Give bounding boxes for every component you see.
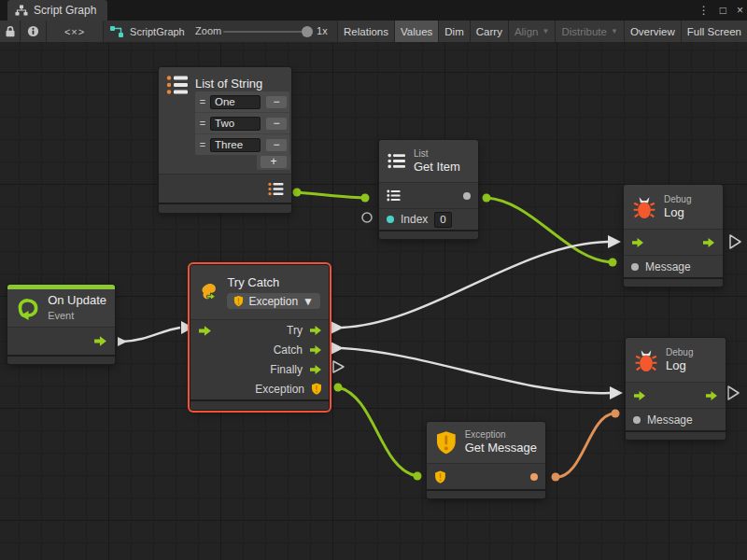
flow-output-port[interactable] [93,335,107,347]
list-item-field[interactable]: Two [210,117,261,131]
catch-port-row: Catch [190,340,329,359]
node-footer [159,203,291,213]
dim-button[interactable]: Dim [438,21,469,42]
list-item-row: = One − [195,91,289,113]
unconnected-flow-out-log1[interactable] [730,235,740,248]
zoom-label: Zoom [195,25,221,36]
remove-item-button[interactable]: − [266,96,287,108]
wire-endpoint [608,235,621,248]
node-try-catch[interactable]: Try Catch Exception ▼ [190,265,329,410]
drag-handle-icon[interactable]: = [198,96,207,107]
node-get-message[interactable]: Exception Get Message [427,422,545,498]
on-update-loop-icon [16,296,40,321]
wire-endpoint [361,194,370,203]
flow-output-port[interactable] [309,364,322,375]
node-title: List of String [195,77,262,92]
wire-exception-to-getmessage[interactable] [338,387,416,476]
code-view-icon: <×> [64,26,85,37]
bug-icon [634,348,658,372]
node-list-of-string[interactable]: List of String = One − = Two − = Three [159,67,291,213]
graph-toolbar: <×> ScriptGraph Zoom 1x Relations Values [0,21,747,43]
list-item-field[interactable]: One [210,95,261,109]
flow-output-port[interactable] [309,344,322,356]
full-screen-button[interactable]: Full Screen [681,21,747,42]
exception-output-port[interactable] [311,383,322,395]
node-on-update[interactable]: On Update Event [7,285,115,364]
message-label: Message [645,260,691,273]
graph-name-label: ScriptGraph [130,26,185,37]
wire-endpoint [118,337,127,346]
relations-button[interactable]: Relations [337,21,394,42]
code-view-button[interactable]: <×> [47,21,104,42]
node-get-item[interactable]: List Get Item Index 0 [379,140,478,239]
remove-item-button[interactable]: − [266,139,287,151]
warning-shield-icon [233,295,244,307]
list-icon [388,153,406,169]
wire-try-to-log1-flow[interactable] [342,242,608,328]
drag-handle-icon[interactable]: = [198,118,207,129]
flow-input-port[interactable] [633,390,646,401]
flow-output-port[interactable] [705,390,718,401]
flow-input-port[interactable] [631,237,644,248]
zoom-slider[interactable] [223,31,307,33]
wire-onupdate-to-trycatch-flow[interactable] [122,328,180,342]
wire-getmessage-to-log2-message[interactable] [556,413,613,477]
node-footer [379,230,478,239]
node-debug-log-bottom[interactable]: Debug Log Message [626,338,726,440]
node-category: List [414,147,460,160]
unconnected-flow-out-log2[interactable] [728,386,739,399]
wire-catch-to-log2-flow[interactable] [342,348,610,393]
string-output-port[interactable] [530,473,538,481]
align-dropdown[interactable]: Align ▼ [508,21,556,42]
node-footer [626,430,726,440]
finally-port-row: Finally [190,359,329,379]
message-input-port[interactable] [631,263,639,271]
list-input-port[interactable] [387,189,401,202]
flow-output-port[interactable] [309,325,322,336]
node-footer [7,355,115,364]
toolbar-middle: ScriptGraph Zoom 1x [104,21,337,42]
port-row [379,182,478,208]
window-menu-button[interactable]: ⋮ [698,5,710,16]
wire-endpoint [414,472,422,481]
exception-port-row: Exception [190,379,329,399]
list-editor: = One − = Two − = Three − [195,91,289,155]
inspect-button[interactable] [21,21,47,42]
list-item-field[interactable]: Three [210,138,261,152]
carry-button[interactable]: Carry [470,21,508,42]
node-title: Get Message [465,441,537,456]
flow-input-port[interactable] [198,325,212,337]
list-item-row: = Three − [195,134,289,155]
exception-type-dropdown[interactable]: Exception ▼ [227,293,320,309]
graph-canvas[interactable]: List of String = One − = Two − = Three [0,42,747,560]
graph-breadcrumb[interactable]: ScriptGraph [109,21,185,42]
add-item-button[interactable]: + [261,156,287,168]
chevron-down-icon: ▼ [542,27,549,35]
exception-input-port[interactable] [434,470,446,483]
window-maximize-button[interactable]: □ [720,5,726,16]
try-catch-body: Try Catch Finally Exception [190,319,329,399]
remove-item-button[interactable]: − [266,118,287,130]
index-row: Index 0 [379,208,478,230]
tab-script-graph[interactable]: Script Graph [7,0,107,21]
index-value-field[interactable]: 0 [434,212,451,228]
window-close-button[interactable]: × [737,5,743,16]
node-debug-log-top[interactable]: Debug Log Message [624,185,723,287]
wire-list-to-getitem[interactable] [297,192,364,198]
tab-label: Script Graph [34,4,96,17]
zoom-slider-handle[interactable] [302,26,313,37]
unconnected-index-in[interactable] [362,213,372,222]
value-output-port[interactable] [463,192,471,200]
flow-output-port[interactable] [702,237,715,248]
drag-handle-icon[interactable]: = [198,139,207,150]
values-button[interactable]: Values [394,21,438,42]
distribute-dropdown[interactable]: Distribute ▼ [555,21,624,42]
list-output-port[interactable] [268,182,284,196]
message-input-port[interactable] [633,416,641,424]
port-row [427,463,545,489]
index-input-port[interactable] [387,216,394,223]
visual-scripting-window: Script Graph ⋮ □ × <×> [0,0,747,560]
overview-button[interactable]: Overview [624,21,681,42]
lock-button[interactable] [0,21,21,42]
unconnected-finally-out[interactable] [333,361,344,372]
